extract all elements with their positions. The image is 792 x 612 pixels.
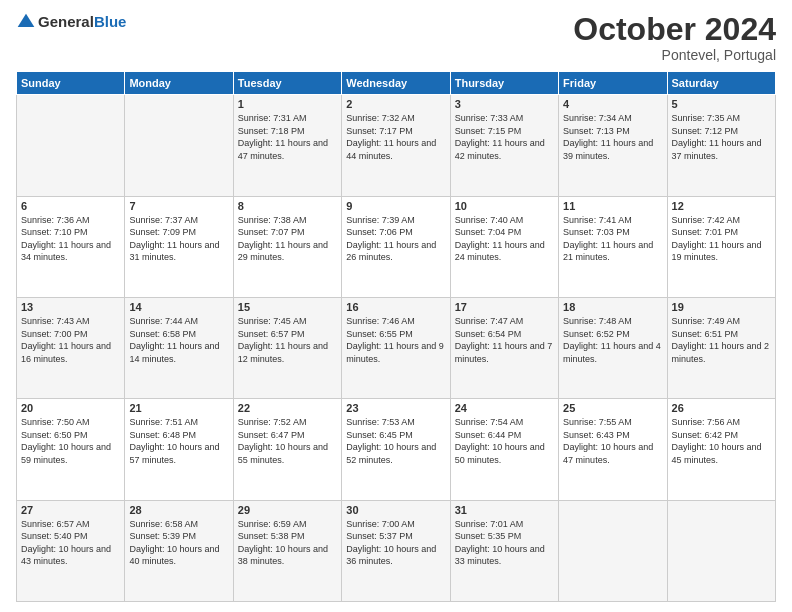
- day-number: 6: [21, 200, 120, 212]
- table-cell: 26Sunrise: 7:56 AMSunset: 6:42 PMDayligh…: [667, 399, 775, 500]
- day-number: 31: [455, 504, 554, 516]
- table-cell: 12Sunrise: 7:42 AMSunset: 7:01 PMDayligh…: [667, 196, 775, 297]
- table-cell: 9Sunrise: 7:39 AMSunset: 7:06 PMDaylight…: [342, 196, 450, 297]
- table-cell: 8Sunrise: 7:38 AMSunset: 7:07 PMDaylight…: [233, 196, 341, 297]
- day-info: Sunrise: 7:47 AMSunset: 6:54 PMDaylight:…: [455, 316, 553, 364]
- table-cell: [667, 500, 775, 601]
- header: GeneralBlue October 2024 Pontevel, Portu…: [16, 12, 776, 63]
- day-number: 11: [563, 200, 662, 212]
- day-number: 8: [238, 200, 337, 212]
- day-info: Sunrise: 6:58 AMSunset: 5:39 PMDaylight:…: [129, 519, 219, 567]
- day-number: 26: [672, 402, 771, 414]
- day-info: Sunrise: 7:56 AMSunset: 6:42 PMDaylight:…: [672, 417, 762, 465]
- day-info: Sunrise: 7:33 AMSunset: 7:15 PMDaylight:…: [455, 113, 545, 161]
- day-number: 20: [21, 402, 120, 414]
- day-number: 25: [563, 402, 662, 414]
- day-info: Sunrise: 7:53 AMSunset: 6:45 PMDaylight:…: [346, 417, 436, 465]
- day-number: 7: [129, 200, 228, 212]
- day-number: 22: [238, 402, 337, 414]
- table-cell: 16Sunrise: 7:46 AMSunset: 6:55 PMDayligh…: [342, 297, 450, 398]
- day-number: 5: [672, 98, 771, 110]
- day-info: Sunrise: 7:00 AMSunset: 5:37 PMDaylight:…: [346, 519, 436, 567]
- calendar-table: Sunday Monday Tuesday Wednesday Thursday…: [16, 71, 776, 602]
- logo-icon: [16, 12, 36, 32]
- table-cell: [17, 95, 125, 196]
- day-info: Sunrise: 7:39 AMSunset: 7:06 PMDaylight:…: [346, 215, 436, 263]
- table-cell: 29Sunrise: 6:59 AMSunset: 5:38 PMDayligh…: [233, 500, 341, 601]
- day-number: 21: [129, 402, 228, 414]
- table-cell: 7Sunrise: 7:37 AMSunset: 7:09 PMDaylight…: [125, 196, 233, 297]
- col-tuesday: Tuesday: [233, 72, 341, 95]
- table-cell: 21Sunrise: 7:51 AMSunset: 6:48 PMDayligh…: [125, 399, 233, 500]
- table-cell: 4Sunrise: 7:34 AMSunset: 7:13 PMDaylight…: [559, 95, 667, 196]
- day-number: 17: [455, 301, 554, 313]
- day-number: 12: [672, 200, 771, 212]
- col-wednesday: Wednesday: [342, 72, 450, 95]
- col-sunday: Sunday: [17, 72, 125, 95]
- day-number: 14: [129, 301, 228, 313]
- table-cell: 20Sunrise: 7:50 AMSunset: 6:50 PMDayligh…: [17, 399, 125, 500]
- title-location: Pontevel, Portugal: [573, 47, 776, 63]
- day-number: 29: [238, 504, 337, 516]
- week-row-4: 20Sunrise: 7:50 AMSunset: 6:50 PMDayligh…: [17, 399, 776, 500]
- table-cell: 15Sunrise: 7:45 AMSunset: 6:57 PMDayligh…: [233, 297, 341, 398]
- col-friday: Friday: [559, 72, 667, 95]
- table-cell: 6Sunrise: 7:36 AMSunset: 7:10 PMDaylight…: [17, 196, 125, 297]
- table-cell: 28Sunrise: 6:58 AMSunset: 5:39 PMDayligh…: [125, 500, 233, 601]
- day-number: 1: [238, 98, 337, 110]
- day-info: Sunrise: 7:38 AMSunset: 7:07 PMDaylight:…: [238, 215, 328, 263]
- day-number: 23: [346, 402, 445, 414]
- day-info: Sunrise: 7:41 AMSunset: 7:03 PMDaylight:…: [563, 215, 653, 263]
- day-info: Sunrise: 7:37 AMSunset: 7:09 PMDaylight:…: [129, 215, 219, 263]
- day-info: Sunrise: 7:42 AMSunset: 7:01 PMDaylight:…: [672, 215, 762, 263]
- day-info: Sunrise: 7:52 AMSunset: 6:47 PMDaylight:…: [238, 417, 328, 465]
- day-info: Sunrise: 6:59 AMSunset: 5:38 PMDaylight:…: [238, 519, 328, 567]
- day-number: 4: [563, 98, 662, 110]
- logo-text: GeneralBlue: [38, 13, 126, 31]
- table-cell: 2Sunrise: 7:32 AMSunset: 7:17 PMDaylight…: [342, 95, 450, 196]
- table-cell: 22Sunrise: 7:52 AMSunset: 6:47 PMDayligh…: [233, 399, 341, 500]
- day-info: Sunrise: 7:54 AMSunset: 6:44 PMDaylight:…: [455, 417, 545, 465]
- table-cell: [125, 95, 233, 196]
- table-cell: 17Sunrise: 7:47 AMSunset: 6:54 PMDayligh…: [450, 297, 558, 398]
- day-info: Sunrise: 7:44 AMSunset: 6:58 PMDaylight:…: [129, 316, 219, 364]
- title-block: October 2024 Pontevel, Portugal: [573, 12, 776, 63]
- day-number: 27: [21, 504, 120, 516]
- day-info: Sunrise: 7:55 AMSunset: 6:43 PMDaylight:…: [563, 417, 653, 465]
- table-cell: 31Sunrise: 7:01 AMSunset: 5:35 PMDayligh…: [450, 500, 558, 601]
- day-number: 28: [129, 504, 228, 516]
- table-cell: 19Sunrise: 7:49 AMSunset: 6:51 PMDayligh…: [667, 297, 775, 398]
- day-info: Sunrise: 7:36 AMSunset: 7:10 PMDaylight:…: [21, 215, 111, 263]
- table-cell: 14Sunrise: 7:44 AMSunset: 6:58 PMDayligh…: [125, 297, 233, 398]
- table-cell: 27Sunrise: 6:57 AMSunset: 5:40 PMDayligh…: [17, 500, 125, 601]
- day-info: Sunrise: 7:01 AMSunset: 5:35 PMDaylight:…: [455, 519, 545, 567]
- table-cell: 13Sunrise: 7:43 AMSunset: 7:00 PMDayligh…: [17, 297, 125, 398]
- table-cell: 23Sunrise: 7:53 AMSunset: 6:45 PMDayligh…: [342, 399, 450, 500]
- day-number: 19: [672, 301, 771, 313]
- table-cell: 10Sunrise: 7:40 AMSunset: 7:04 PMDayligh…: [450, 196, 558, 297]
- day-info: Sunrise: 7:46 AMSunset: 6:55 PMDaylight:…: [346, 316, 444, 364]
- day-info: Sunrise: 7:32 AMSunset: 7:17 PMDaylight:…: [346, 113, 436, 161]
- logo: GeneralBlue: [16, 12, 126, 32]
- day-number: 18: [563, 301, 662, 313]
- week-row-5: 27Sunrise: 6:57 AMSunset: 5:40 PMDayligh…: [17, 500, 776, 601]
- day-info: Sunrise: 7:49 AMSunset: 6:51 PMDaylight:…: [672, 316, 770, 364]
- day-info: Sunrise: 6:57 AMSunset: 5:40 PMDaylight:…: [21, 519, 111, 567]
- day-info: Sunrise: 7:48 AMSunset: 6:52 PMDaylight:…: [563, 316, 661, 364]
- day-number: 9: [346, 200, 445, 212]
- week-row-3: 13Sunrise: 7:43 AMSunset: 7:00 PMDayligh…: [17, 297, 776, 398]
- table-cell: [559, 500, 667, 601]
- day-info: Sunrise: 7:50 AMSunset: 6:50 PMDaylight:…: [21, 417, 111, 465]
- table-cell: 3Sunrise: 7:33 AMSunset: 7:15 PMDaylight…: [450, 95, 558, 196]
- day-number: 10: [455, 200, 554, 212]
- day-number: 2: [346, 98, 445, 110]
- day-info: Sunrise: 7:31 AMSunset: 7:18 PMDaylight:…: [238, 113, 328, 161]
- day-info: Sunrise: 7:43 AMSunset: 7:00 PMDaylight:…: [21, 316, 111, 364]
- header-row: Sunday Monday Tuesday Wednesday Thursday…: [17, 72, 776, 95]
- day-number: 24: [455, 402, 554, 414]
- page: GeneralBlue October 2024 Pontevel, Portu…: [0, 0, 792, 612]
- week-row-1: 1Sunrise: 7:31 AMSunset: 7:18 PMDaylight…: [17, 95, 776, 196]
- table-cell: 24Sunrise: 7:54 AMSunset: 6:44 PMDayligh…: [450, 399, 558, 500]
- table-cell: 5Sunrise: 7:35 AMSunset: 7:12 PMDaylight…: [667, 95, 775, 196]
- week-row-2: 6Sunrise: 7:36 AMSunset: 7:10 PMDaylight…: [17, 196, 776, 297]
